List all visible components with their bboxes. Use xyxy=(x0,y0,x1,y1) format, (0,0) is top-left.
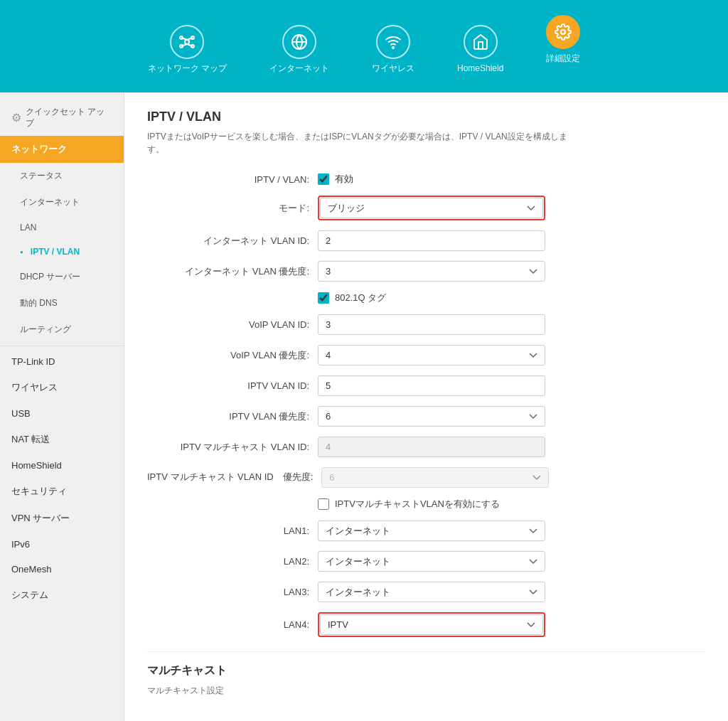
sidebar-item-dhcp[interactable]: DHCP サーバー xyxy=(0,264,124,290)
network-map-icon xyxy=(170,25,204,59)
lan2-label: LAN2: xyxy=(147,556,318,567)
voip-vlan-priority-row: VoIP VLAN 優先度: 4 xyxy=(147,345,705,365)
voip-vlan-id-label: VoIP VLAN ID: xyxy=(147,319,318,330)
active-nav-indicator xyxy=(555,76,572,85)
8021q-tag-row: 802.1Q タグ xyxy=(147,292,705,304)
sidebar-item-dynamic-dns[interactable]: 動的 DNS xyxy=(0,290,124,316)
gear-icon: ⚙ xyxy=(11,111,21,124)
advanced-icon xyxy=(546,15,580,49)
nav-wireless-label: ワイヤレス xyxy=(372,63,414,75)
iptv-multicast-vlan-priority-select[interactable]: 6 xyxy=(321,467,549,488)
homeshield-sidebar-label: HomeShield xyxy=(11,460,62,471)
iptv-multicast-enable-checkbox[interactable] xyxy=(318,498,329,510)
8021q-label: 802.1Q タグ xyxy=(335,292,386,304)
lan4-select[interactable]: IPTV xyxy=(320,614,543,635)
nav-homeshield-label: HomeShield xyxy=(457,63,503,75)
nat-label: NAT 転送 xyxy=(11,433,50,446)
voip-vlan-id-input[interactable] xyxy=(318,314,545,335)
content-area: IPTV / VLAN IPTVまたはVoIPサービスを楽しむ場合、またはISP… xyxy=(124,92,728,721)
sidebar-item-network[interactable]: ネットワーク xyxy=(0,136,124,163)
status-label: ステータス xyxy=(20,170,63,182)
page-title: IPTV / VLAN xyxy=(147,110,705,124)
iptv-multicast-enable-label: IPTVマルチキャストVLANを有効にする xyxy=(335,498,500,511)
nav-network-map[interactable]: ネットワーク マップ xyxy=(127,18,248,82)
lan3-select[interactable]: インターネット xyxy=(318,582,545,602)
page-description: IPTVまたはVoIPサービスを楽しむ場合、またはISPにVLANタグが必要な場… xyxy=(147,130,574,156)
nav-internet[interactable]: インターネット xyxy=(248,18,350,82)
lan2-row: LAN2: インターネット xyxy=(147,551,705,572)
svg-point-11 xyxy=(392,47,394,48)
sidebar-item-quick-setup[interactable]: ⚙ クイックセット アップ xyxy=(0,100,124,136)
8021q-checkbox[interactable] xyxy=(318,292,329,304)
mode-select[interactable]: ブリッジ xyxy=(320,198,543,218)
quick-setup-label: クイックセット アップ xyxy=(26,107,112,129)
usb-label: USB xyxy=(11,408,31,419)
top-navigation: ネットワーク マップ インターネット ワイヤレス xyxy=(0,0,728,92)
internet-vlan-id-row: インターネット VLAN ID: xyxy=(147,230,705,251)
nav-wireless[interactable]: ワイヤレス xyxy=(350,18,436,82)
iptv-vlan-priority-select[interactable]: 6 xyxy=(318,406,545,427)
iptv-multicast-vlan-priority-row: IPTV マルチキャスト VLAN ID 優先度: 6 xyxy=(147,467,705,488)
lan4-label: LAN4: xyxy=(147,619,318,630)
lan3-row: LAN3: インターネット xyxy=(147,582,705,602)
lan3-control: インターネット xyxy=(318,582,545,602)
multicast-section-title: マルチキャスト xyxy=(147,651,705,678)
sidebar-item-nat[interactable]: NAT 転送 xyxy=(0,426,124,453)
lan3-label: LAN3: xyxy=(147,587,318,597)
sidebar-item-lan[interactable]: LAN xyxy=(0,215,124,240)
nav-network-map-label: ネットワーク マップ xyxy=(148,63,227,75)
mode-control: ブリッジ xyxy=(318,196,545,220)
internet-vlan-id-input[interactable] xyxy=(318,230,545,251)
internet-vlan-priority-row: インターネット VLAN 優先度: 3 xyxy=(147,261,705,282)
iptv-multicast-vlan-priority-label: IPTV マルチキャスト VLAN ID 優先度: xyxy=(147,471,321,484)
internet-vlan-priority-select[interactable]: 3 xyxy=(318,261,545,282)
sidebar-item-vpn[interactable]: VPN サーバー xyxy=(0,505,124,532)
sidebar-item-internet[interactable]: インターネット xyxy=(0,189,124,215)
sidebar-item-homeshield[interactable]: HomeShield xyxy=(0,453,124,478)
lan1-control: インターネット xyxy=(318,520,545,541)
sidebar-item-ipv6[interactable]: IPv6 xyxy=(0,532,124,557)
voip-vlan-priority-label: VoIP VLAN 優先度: xyxy=(147,349,318,362)
sidebar-item-security[interactable]: セキュリティ xyxy=(0,478,124,505)
iptv-multicast-vlan-priority-control: 6 xyxy=(321,467,549,488)
sidebar-item-iptv-vlan[interactable]: IPTV / VLAN xyxy=(0,240,124,264)
tplink-id-label: TP-Link ID xyxy=(11,356,55,367)
nav-homeshield[interactable]: HomeShield xyxy=(436,18,525,82)
sidebar-item-tplink-id[interactable]: TP-Link ID xyxy=(0,349,124,374)
iptv-vlan-id-input[interactable] xyxy=(318,375,545,396)
iptv-enabled-text: 有効 xyxy=(335,173,353,186)
mode-label: モード: xyxy=(147,202,318,215)
internet-vlan-priority-label: インターネット VLAN 優先度: xyxy=(147,265,318,278)
voip-vlan-id-control xyxy=(318,314,545,335)
lan4-control: IPTV xyxy=(318,612,545,637)
iptv-multicast-vlan-id-control xyxy=(318,437,545,457)
wireless-sidebar-label: ワイヤレス xyxy=(11,381,58,394)
sidebar-item-status[interactable]: ステータス xyxy=(0,163,124,189)
svg-point-0 xyxy=(185,40,189,44)
nav-internet-label: インターネット xyxy=(269,63,329,75)
sidebar-divider-1 xyxy=(0,346,124,346)
lan2-control: インターネット xyxy=(318,551,545,572)
iptv-enable-row: IPTV / VLAN: 有効 xyxy=(147,173,705,186)
dynamic-dns-label: 動的 DNS xyxy=(20,297,58,309)
voip-vlan-id-row: VoIP VLAN ID: xyxy=(147,314,705,335)
ipv6-label: IPv6 xyxy=(11,539,30,550)
iptv-vlan-id-label: IPTV VLAN ID: xyxy=(147,380,318,391)
homeshield-icon xyxy=(464,25,498,59)
sidebar-item-wireless[interactable]: ワイヤレス xyxy=(0,374,124,401)
lan2-select[interactable]: インターネット xyxy=(318,551,545,572)
iptv-multicast-vlan-id-input[interactable] xyxy=(318,437,545,457)
lan1-row: LAN1: インターネット xyxy=(147,520,705,541)
sidebar-item-onemesh[interactable]: OneMesh xyxy=(0,557,124,582)
sidebar-item-system[interactable]: システム xyxy=(0,582,124,609)
voip-vlan-priority-select[interactable]: 4 xyxy=(318,345,545,365)
sidebar-item-routing[interactable]: ルーティング xyxy=(0,316,124,343)
iptv-multicast-vlan-id-row: IPTV マルチキャスト VLAN ID: xyxy=(147,437,705,457)
iptv-vlan-checkbox[interactable] xyxy=(318,173,329,185)
sidebar: ⚙ クイックセット アップ ネットワーク ステータス インターネット LAN I… xyxy=(0,92,124,721)
sidebar-item-usb[interactable]: USB xyxy=(0,401,124,426)
lan1-select[interactable]: インターネット xyxy=(318,520,545,541)
dhcp-label: DHCP サーバー xyxy=(20,271,80,283)
svg-point-12 xyxy=(561,30,565,34)
nav-advanced[interactable]: 詳細設定 xyxy=(525,8,601,92)
